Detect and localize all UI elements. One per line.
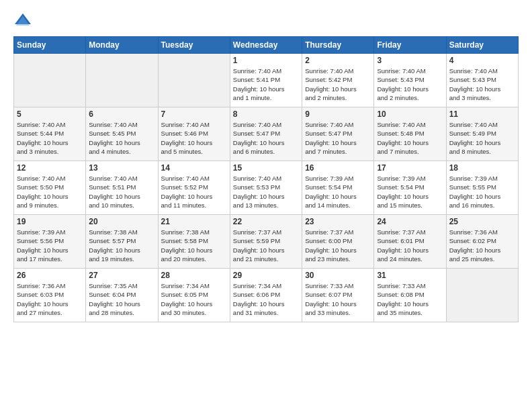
day-info: Sunrise: 7:40 AM Sunset: 5:41 PM Dayligh… <box>233 66 299 102</box>
day-info: Sunrise: 7:38 AM Sunset: 5:58 PM Dayligh… <box>161 228 227 263</box>
calendar-cell: 21Sunrise: 7:38 AM Sunset: 5:58 PM Dayli… <box>158 215 230 269</box>
calendar-cell: 27Sunrise: 7:35 AM Sunset: 6:04 PM Dayli… <box>86 269 158 322</box>
day-number: 16 <box>305 163 371 173</box>
day-number: 12 <box>17 163 83 173</box>
day-info: Sunrise: 7:39 AM Sunset: 5:54 PM Dayligh… <box>305 174 371 210</box>
calendar-cell: 30Sunrise: 7:33 AM Sunset: 6:07 PM Dayli… <box>302 269 374 322</box>
day-number: 22 <box>233 217 299 226</box>
day-info: Sunrise: 7:40 AM Sunset: 5:43 PM Dayligh… <box>449 66 515 102</box>
day-number: 18 <box>449 163 515 173</box>
day-info: Sunrise: 7:40 AM Sunset: 5:53 PM Dayligh… <box>233 174 299 210</box>
calendar-cell: 17Sunrise: 7:39 AM Sunset: 5:54 PM Dayli… <box>374 161 446 215</box>
calendar-cell: 4Sunrise: 7:40 AM Sunset: 5:43 PM Daylig… <box>446 54 518 107</box>
day-info: Sunrise: 7:39 AM Sunset: 5:56 PM Dayligh… <box>17 228 83 263</box>
calendar-cell: 29Sunrise: 7:34 AM Sunset: 6:06 PM Dayli… <box>230 269 302 322</box>
day-info: Sunrise: 7:40 AM Sunset: 5:45 PM Dayligh… <box>89 120 154 156</box>
day-info: Sunrise: 7:36 AM Sunset: 6:03 PM Dayligh… <box>17 281 83 317</box>
day-number: 28 <box>161 271 227 280</box>
day-info: Sunrise: 7:34 AM Sunset: 6:06 PM Dayligh… <box>233 281 299 317</box>
calendar-cell: 18Sunrise: 7:39 AM Sunset: 5:55 PM Dayli… <box>446 161 518 215</box>
calendar-cell: 7Sunrise: 7:40 AM Sunset: 5:46 PM Daylig… <box>158 107 230 161</box>
day-info: Sunrise: 7:40 AM Sunset: 5:52 PM Dayligh… <box>161 174 227 210</box>
day-info: Sunrise: 7:33 AM Sunset: 6:08 PM Dayligh… <box>377 281 443 317</box>
day-number: 3 <box>377 56 443 65</box>
day-info: Sunrise: 7:40 AM Sunset: 5:50 PM Dayligh… <box>17 174 83 210</box>
calendar-cell <box>14 54 86 107</box>
day-number: 14 <box>161 163 227 173</box>
calendar-cell: 9Sunrise: 7:40 AM Sunset: 5:47 PM Daylig… <box>302 107 374 161</box>
calendar-cell: 10Sunrise: 7:40 AM Sunset: 5:48 PM Dayli… <box>374 107 446 161</box>
calendar-cell: 12Sunrise: 7:40 AM Sunset: 5:50 PM Dayli… <box>14 161 86 215</box>
day-number: 24 <box>377 217 443 226</box>
calendar-cell: 8Sunrise: 7:40 AM Sunset: 5:47 PM Daylig… <box>230 107 302 161</box>
header <box>13 11 519 30</box>
day-number: 21 <box>161 217 227 226</box>
calendar-week-row: 1Sunrise: 7:40 AM Sunset: 5:41 PM Daylig… <box>14 54 519 107</box>
day-number: 1 <box>233 56 299 65</box>
calendar-header-row: SundayMondayTuesdayWednesdayThursdayFrid… <box>14 37 519 54</box>
day-number: 8 <box>233 109 299 119</box>
day-number: 30 <box>305 271 371 280</box>
calendar-day-header: Sunday <box>14 37 86 54</box>
day-info: Sunrise: 7:40 AM Sunset: 5:51 PM Dayligh… <box>89 174 154 210</box>
day-number: 17 <box>377 163 443 173</box>
calendar-week-row: 26Sunrise: 7:36 AM Sunset: 6:03 PM Dayli… <box>14 269 519 322</box>
day-info: Sunrise: 7:34 AM Sunset: 6:05 PM Dayligh… <box>161 281 227 317</box>
day-number: 5 <box>17 109 83 119</box>
day-info: Sunrise: 7:40 AM Sunset: 5:48 PM Dayligh… <box>377 120 443 156</box>
day-info: Sunrise: 7:37 AM Sunset: 6:01 PM Dayligh… <box>377 228 443 263</box>
day-number: 23 <box>305 217 371 226</box>
day-info: Sunrise: 7:37 AM Sunset: 6:00 PM Dayligh… <box>305 228 371 263</box>
day-number: 31 <box>377 271 443 280</box>
day-info: Sunrise: 7:40 AM Sunset: 5:42 PM Dayligh… <box>305 66 371 102</box>
calendar-cell: 19Sunrise: 7:39 AM Sunset: 5:56 PM Dayli… <box>14 215 86 269</box>
calendar-cell <box>86 54 158 107</box>
calendar-day-header: Friday <box>374 37 446 54</box>
calendar-cell <box>158 54 230 107</box>
day-number: 29 <box>233 271 299 280</box>
calendar-cell: 2Sunrise: 7:40 AM Sunset: 5:42 PM Daylig… <box>302 54 374 107</box>
day-info: Sunrise: 7:40 AM Sunset: 5:47 PM Dayligh… <box>233 120 299 156</box>
day-info: Sunrise: 7:39 AM Sunset: 5:55 PM Dayligh… <box>449 174 515 210</box>
calendar-week-row: 12Sunrise: 7:40 AM Sunset: 5:50 PM Dayli… <box>14 161 519 215</box>
day-info: Sunrise: 7:40 AM Sunset: 5:47 PM Dayligh… <box>305 120 371 156</box>
calendar-week-row: 19Sunrise: 7:39 AM Sunset: 5:56 PM Dayli… <box>14 215 519 269</box>
day-number: 6 <box>89 109 154 119</box>
calendar-cell: 3Sunrise: 7:40 AM Sunset: 5:43 PM Daylig… <box>374 54 446 107</box>
day-info: Sunrise: 7:40 AM Sunset: 5:43 PM Dayligh… <box>377 66 443 102</box>
calendar-cell: 28Sunrise: 7:34 AM Sunset: 6:05 PM Dayli… <box>158 269 230 322</box>
day-info: Sunrise: 7:40 AM Sunset: 5:46 PM Dayligh… <box>161 120 227 156</box>
calendar-cell: 13Sunrise: 7:40 AM Sunset: 5:51 PM Dayli… <box>86 161 158 215</box>
calendar-cell: 20Sunrise: 7:38 AM Sunset: 5:57 PM Dayli… <box>86 215 158 269</box>
calendar-day-header: Saturday <box>446 37 518 54</box>
day-number: 9 <box>305 109 371 119</box>
day-info: Sunrise: 7:39 AM Sunset: 5:54 PM Dayligh… <box>377 174 443 210</box>
calendar-day-header: Monday <box>86 37 158 54</box>
calendar-day-header: Thursday <box>302 37 374 54</box>
calendar-cell: 11Sunrise: 7:40 AM Sunset: 5:49 PM Dayli… <box>446 107 518 161</box>
day-number: 25 <box>449 217 515 226</box>
day-info: Sunrise: 7:38 AM Sunset: 5:57 PM Dayligh… <box>89 228 154 263</box>
day-number: 20 <box>89 217 154 226</box>
calendar-cell: 25Sunrise: 7:36 AM Sunset: 6:02 PM Dayli… <box>446 215 518 269</box>
day-number: 7 <box>161 109 227 119</box>
calendar-cell: 1Sunrise: 7:40 AM Sunset: 5:41 PM Daylig… <box>230 54 302 107</box>
calendar-day-header: Tuesday <box>158 37 230 54</box>
calendar-cell: 6Sunrise: 7:40 AM Sunset: 5:45 PM Daylig… <box>86 107 158 161</box>
day-number: 10 <box>377 109 443 119</box>
day-info: Sunrise: 7:35 AM Sunset: 6:04 PM Dayligh… <box>89 281 154 317</box>
calendar-week-row: 5Sunrise: 7:40 AM Sunset: 5:44 PM Daylig… <box>14 107 519 161</box>
day-info: Sunrise: 7:37 AM Sunset: 5:59 PM Dayligh… <box>233 228 299 263</box>
logo-icon <box>13 11 32 30</box>
day-number: 13 <box>89 163 154 173</box>
day-info: Sunrise: 7:33 AM Sunset: 6:07 PM Dayligh… <box>305 281 371 317</box>
calendar-cell <box>446 269 518 322</box>
calendar-cell: 5Sunrise: 7:40 AM Sunset: 5:44 PM Daylig… <box>14 107 86 161</box>
day-info: Sunrise: 7:40 AM Sunset: 5:44 PM Dayligh… <box>17 120 83 156</box>
page: SundayMondayTuesdayWednesdayThursdayFrid… <box>0 0 532 411</box>
day-number: 4 <box>449 56 515 65</box>
calendar-cell: 15Sunrise: 7:40 AM Sunset: 5:53 PM Dayli… <box>230 161 302 215</box>
calendar-cell: 16Sunrise: 7:39 AM Sunset: 5:54 PM Dayli… <box>302 161 374 215</box>
calendar-cell: 24Sunrise: 7:37 AM Sunset: 6:01 PM Dayli… <box>374 215 446 269</box>
calendar: SundayMondayTuesdayWednesdayThursdayFrid… <box>13 36 519 322</box>
